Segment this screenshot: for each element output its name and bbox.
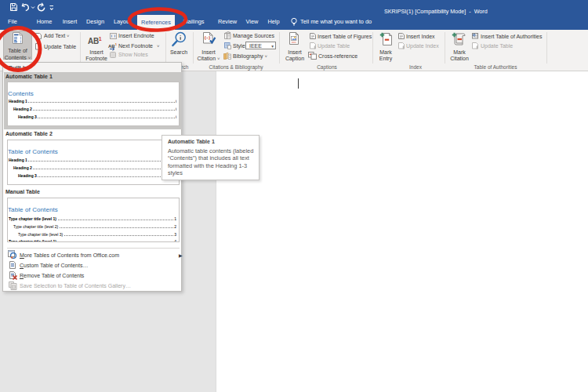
- svg-text:(–): (–): [205, 35, 210, 40]
